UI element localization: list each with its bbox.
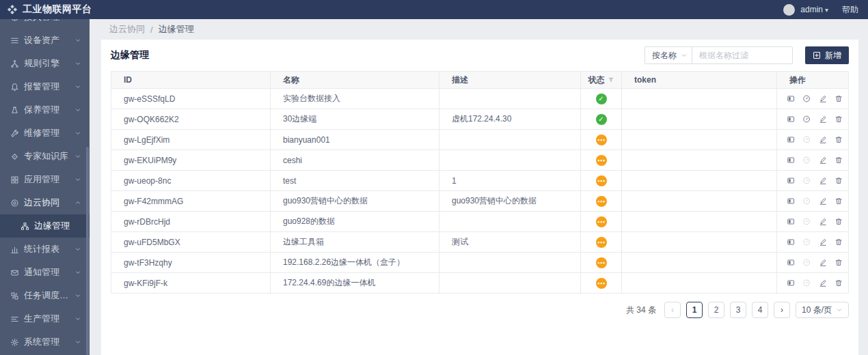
sidebar-item-rule-engine[interactable]: 规则引擎 [0,52,90,75]
monitor-icon[interactable] [802,196,811,206]
detail-panel-icon[interactable] [787,114,795,124]
sidebar-item-label: 维修管理 [24,127,59,139]
user-menu[interactable]: admin ▾ [800,5,828,14]
sidebar-subitem-edge-mgmt[interactable]: 边缘管理 [0,214,90,238]
edit-icon[interactable] [819,196,827,206]
delete-icon[interactable] [835,155,843,165]
detail-panel-icon[interactable] [787,155,795,165]
status-header-label: 状态 [588,74,605,86]
monitor-icon[interactable] [802,175,811,186]
add-button[interactable]: 新增 [805,46,849,64]
monitor-icon[interactable] [802,114,811,124]
avatar [783,4,795,16]
monitor-icon[interactable] [802,216,811,227]
cell-name: guo928的数据 [271,212,439,231]
status-badge: ⋯ [596,216,607,227]
cell-id: gw-ueop-8nc [111,171,271,190]
sidebar-item-stats-report[interactable]: 统计报表 [0,238,90,261]
edit-icon[interactable] [819,114,827,124]
search-input[interactable] [699,51,805,60]
sidebar-item-alarm-mgmt[interactable]: 报警管理 [0,75,90,98]
filter-field-value: 按名称 [652,50,677,61]
page-size-select[interactable]: 10 条/页 [796,302,849,318]
sidebar-item-device-assets[interactable]: 设备资产 [0,29,90,52]
sidebar-scrollbar[interactable] [86,147,89,355]
delete-icon[interactable] [835,94,843,104]
edit-icon[interactable] [819,134,827,145]
status-badge: ⋯ [596,257,607,268]
sidebar-item-edge-cloud[interactable]: 边云协同 [0,191,90,214]
table-row: gw-uFD5MbGX 边缘工具箱 测试 ⋯ [111,232,848,253]
sidebar-item-access-mgmt[interactable]: 接入管理 [0,19,90,29]
edit-icon[interactable] [819,216,827,227]
delete-icon[interactable] [835,237,843,247]
delete-icon[interactable] [835,257,843,268]
edge-table: ID 名称 描述 状态 token 操作 gw-eSSSfqLD 实验台数据接 [111,71,849,294]
sidebar-item-upkeep-mgmt[interactable]: 保养管理 [0,98,90,122]
plus-square-icon [813,51,821,59]
sidebar-item-label: 应用管理 [24,173,59,186]
edit-icon[interactable] [819,94,827,104]
breadcrumb-parent[interactable]: 边云协同 [109,23,145,36]
detail-panel-icon[interactable] [787,134,795,145]
detail-panel-icon[interactable] [787,237,795,247]
delete-icon[interactable] [835,216,843,227]
table-row: gw-eSSSfqLD 实验台数据接入 ✓ [111,89,848,109]
cell-desc: 1 [439,171,581,190]
sidebar-item-production-mgmt[interactable]: 生产管理 [0,307,90,330]
plug-icon [10,19,19,22]
sidebar-item-repair-mgmt[interactable]: 维修管理 [0,122,90,145]
filter-funnel-icon[interactable] [608,76,614,83]
chevron-down-icon [74,19,81,20]
detail-panel-icon[interactable] [787,94,795,104]
monitor-icon[interactable] [802,257,811,268]
delete-icon[interactable] [835,114,843,124]
sidebar-item-notify-mgmt[interactable]: 通知管理 [0,261,90,284]
pagination-page-1[interactable]: 1 [686,302,703,318]
cell-token [622,171,777,190]
detail-panel-icon[interactable] [787,216,795,227]
delete-icon[interactable] [835,278,843,288]
target-icon [10,199,19,208]
edit-icon[interactable] [819,237,827,247]
pagination-page-3[interactable]: 3 [730,302,746,318]
pagination: 共 34 条 ‹ 1 2 3 4 › 10 条/页 [111,302,849,318]
detail-panel-icon[interactable] [787,278,795,288]
add-button-label: 新增 [825,50,841,61]
monitor-icon[interactable] [802,278,811,288]
monitor-icon[interactable] [802,155,811,165]
sidebar-item-expert-kb[interactable]: 专家知识库 [0,145,90,168]
help-link[interactable]: 帮助 [842,4,858,16]
detail-panel-icon[interactable] [787,196,795,206]
edit-icon[interactable] [819,175,827,186]
sidebar-item-system-mgmt[interactable]: 系统管理 [0,330,90,354]
sidebar-item-app-mgmt[interactable]: 应用管理 [0,168,90,191]
pagination-prev-button[interactable]: ‹ [664,302,681,318]
monitor-icon[interactable] [802,94,811,104]
status-badge: ⋯ [596,237,607,248]
cell-token [622,89,777,109]
filter-field-select[interactable]: 按名称 [645,46,692,64]
monitor-icon[interactable] [802,237,811,247]
col-header-id: ID [111,72,271,88]
sidebar-item-label: 规则引擎 [24,57,59,70]
mail-icon [10,268,19,277]
pagination-total: 共 34 条 [626,304,656,316]
edit-icon[interactable] [819,278,827,288]
cell-desc: 测试 [439,232,581,252]
delete-icon[interactable] [835,196,843,206]
edit-icon[interactable] [819,155,827,165]
pagination-next-button[interactable]: › [774,302,790,318]
table-row: gw-KFi9jF-k 172.24.4.69的边缘一体机 ⋯ [111,273,848,294]
delete-icon[interactable] [835,175,843,186]
pagination-page-4[interactable]: 4 [752,302,768,318]
delete-icon[interactable] [835,134,843,145]
gear-icon [10,338,19,347]
monitor-icon[interactable] [802,134,811,145]
detail-panel-icon[interactable] [787,257,795,268]
edit-icon[interactable] [819,257,827,268]
sidebar-item-task-scheduler[interactable]: 任务调度中心 [0,284,90,307]
sidebar-item-label: 生产管理 [24,313,59,325]
pagination-page-2[interactable]: 2 [708,302,724,318]
detail-panel-icon[interactable] [787,175,795,186]
